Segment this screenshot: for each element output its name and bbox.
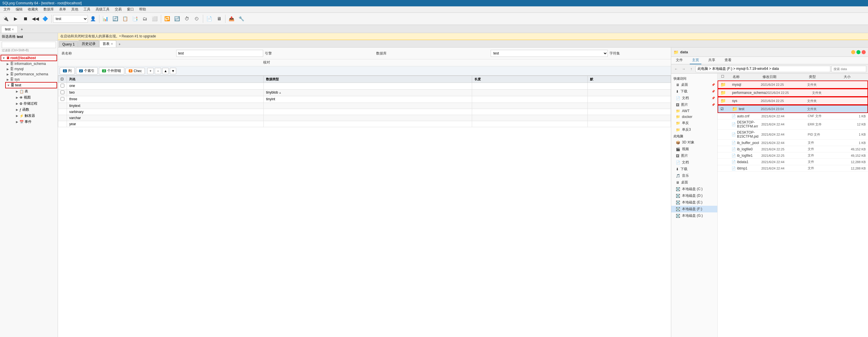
toolbar-btn-9[interactable]: 🔁 [163,14,172,24]
tree-sub-procedures[interactable]: ▶ ⚙ 存储过程 [14,100,57,106]
main-tab-add[interactable]: + [18,26,25,33]
tree-sub-events[interactable]: ▶ 📅 事件 [14,119,57,125]
fe-forward-btn[interactable]: → [681,66,687,72]
toolbar-btn-7[interactable]: 🗂 [140,14,150,24]
fe-sidebar-diskE[interactable]: 💽 本地磁盘 (E:) [671,199,717,206]
fe-minimize-btn[interactable] [851,50,855,54]
fe-sidebar-music[interactable]: 🎵 音乐 [671,173,717,179]
row2-name[interactable]: two [67,90,264,96]
toolbar-btn-11[interactable]: ⏱ [182,14,192,24]
toolbar-btn-10[interactable]: 🔃 [173,14,182,24]
fe-file-ibdata1[interactable]: 📄ibdata1 2021/6/24 22:44 文件 12,288 KB [718,159,868,165]
fe-sidebar-pictures[interactable]: 🖼 图片 📌 [671,101,717,108]
menu-help[interactable]: 帮助 [137,6,148,12]
col-up-btn[interactable]: ▲ [162,68,169,74]
fe-sidebar-diskG[interactable]: 💽 本地磁盘 (G:) [671,212,717,219]
fe-sidebar-pics[interactable]: 🖼 图片 [671,152,717,159]
form-name-input[interactable] [176,50,263,57]
row3-type[interactable]: tinyint [264,96,472,103]
row1-name[interactable]: one [67,83,264,90]
editor-tab-table-close[interactable]: ✕ [111,42,113,45]
fe-folder-mysql[interactable]: 📁 mysql 2021/6/24 22:25 文件夹 [718,81,868,89]
fe-file-ibtmp1[interactable]: 📄ibtmp1 2021/6/24 22:44 文件 12,288 KB [718,165,868,172]
fe-sidebar-video[interactable]: 🎬 视频 [671,146,717,152]
col-tab-fk[interactable]: 3 个外部链 [99,67,124,74]
toolbar-db-select[interactable]: test [53,15,88,23]
fe-close-btn[interactable] [862,50,866,54]
tree-db-mysql[interactable]: ▶ 🗄 mysql [5,66,57,71]
menu-favorites[interactable]: 收藏夹 [26,6,40,12]
toolbar-btn-5[interactable]: 📋 [121,14,130,24]
menu-database[interactable]: 数据库 [41,6,56,12]
tree-db-sys[interactable]: ▶ 🗄 sys [5,77,57,82]
col-add-btn[interactable]: + [147,68,154,74]
tree-root[interactable]: ▼ 🖥 root@localhost [1,55,57,61]
tree-db-performance_schema[interactable]: ▶ 🗄 performance_schema [5,71,57,77]
editor-tab-add[interactable]: + [117,41,123,47]
toolbar-new-connection[interactable]: 🔌 [1,14,10,24]
fe-sidebar-danfan3[interactable]: 📁 单反3 [671,126,717,133]
fe-search-input[interactable] [832,66,866,72]
fe-file-autocnf[interactable]: 📄auto.cnf 2021/6/24 22:44 CNF 文件 1 KB [718,113,868,119]
menu-table[interactable]: 表单 [57,6,68,12]
fe-back-btn[interactable]: ← [673,66,679,72]
tree-sub-views[interactable]: ▶ 👁 视图 [14,94,57,100]
toolbar-btn-12[interactable]: ⏲ [192,14,202,24]
row2-checkbox[interactable] [58,90,67,96]
tree-sub-tables[interactable]: ▶ 📋 表 [14,88,57,94]
editor-tab-table[interactable]: 首表 ✕ [99,40,116,47]
row2-type[interactable]: tinyblob ▲ [264,90,472,96]
menu-window[interactable]: 窗口 [125,6,136,12]
fe-up-btn[interactable]: ↑ [688,66,694,72]
toolbar-btn-4[interactable]: 🔄 [111,14,120,24]
fe-folder-sys[interactable]: 📁 sys 2021/6/24 22:25 文件夹 [718,97,868,105]
row3-default[interactable] [588,96,671,103]
fe-ribbon-share[interactable]: 共享 [706,57,718,64]
fe-sidebar-docs[interactable]: 📄 文档 [671,159,717,166]
editor-tab-history[interactable]: 历史记录 [79,40,99,47]
fe-sidebar-diskD[interactable]: 💽 本地磁盘 (D:) [671,192,717,199]
fe-ribbon-file[interactable]: 文件 [674,57,685,64]
menu-file[interactable]: 文件 [1,6,13,12]
fe-sidebar-danfan[interactable]: 📁 单反 [671,120,717,126]
fe-sidebar-downloads[interactable]: ⬇ 下载 📌 [671,88,717,95]
row1-default[interactable] [588,83,671,90]
fe-maximize-btn[interactable] [857,50,861,54]
tree-sub-functions[interactable]: ▶ ƒ 函数 [14,106,57,113]
toolbar-btn-13[interactable]: 📄 [205,14,214,24]
fe-sidebar-3d[interactable]: 📦 3D 对象 [671,139,717,146]
col-down-btn[interactable]: ▼ [170,68,176,74]
toolbar-user[interactable]: 👤 [88,14,98,24]
fe-file-err[interactable]: 📄DESKTOP-B15CTFM.err 2021/6/24 22:44 ERR… [718,119,868,129]
row1-checkbox[interactable] [58,83,67,90]
fe-sidebar-dl[interactable]: ⬇ 下载 [671,166,717,173]
col-tab-indexes[interactable]: 2 个索引 [76,67,98,74]
fe-sidebar-docker[interactable]: 📁 docker [671,114,717,120]
fe-ribbon-home[interactable]: 主页 [690,57,701,64]
tree-db-information_schema[interactable]: ▶ 🗄 information_schema [5,61,57,66]
menu-transaction[interactable]: 交易 [113,6,124,12]
fe-sidebar-desktop[interactable]: 🖥 桌面 📌 [671,82,717,88]
fe-file-ib-buffer[interactable]: 📄ib_buffer_pool 2021/6/24 22:44 文件 1 KB [718,140,868,146]
main-tab-test[interactable]: test ✕ [1,26,18,33]
row3-length[interactable] [472,96,588,103]
menu-edit[interactable]: 编辑 [13,6,25,12]
fe-ribbon-view[interactable]: 查看 [722,57,734,64]
col-tab-columns[interactable]: 1 列 [60,67,75,74]
form-db-select[interactable]: test [491,50,608,57]
col-remove-btn[interactable]: − [155,68,161,74]
toolbar-btn-3[interactable]: 📊 [101,14,110,24]
filter-input[interactable] [2,42,56,48]
row3-name[interactable]: three [67,96,264,103]
editor-tab-query1[interactable]: Query 1 [59,41,78,47]
toolbar-run[interactable]: ▶ [11,14,20,24]
menu-other[interactable]: 其他 [69,6,81,12]
fe-sidebar-awt[interactable]: 📁 AWT [671,108,717,114]
toolbar-btn-6[interactable]: 📑 [130,14,140,24]
row2-length[interactable] [472,90,588,96]
tree-sub-triggers[interactable]: ▶ ⚡ 触发器 [14,113,57,119]
row3-checkbox[interactable] [58,96,67,103]
fe-file-ib-logfile1[interactable]: 📄ib_logfile1 2021/6/24 22:25 文件 49,152 K… [718,152,868,159]
toolbar-btn-16[interactable]: 🔧 [237,14,246,24]
fe-sidebar-documents[interactable]: 📄 文档 📌 [671,95,717,101]
